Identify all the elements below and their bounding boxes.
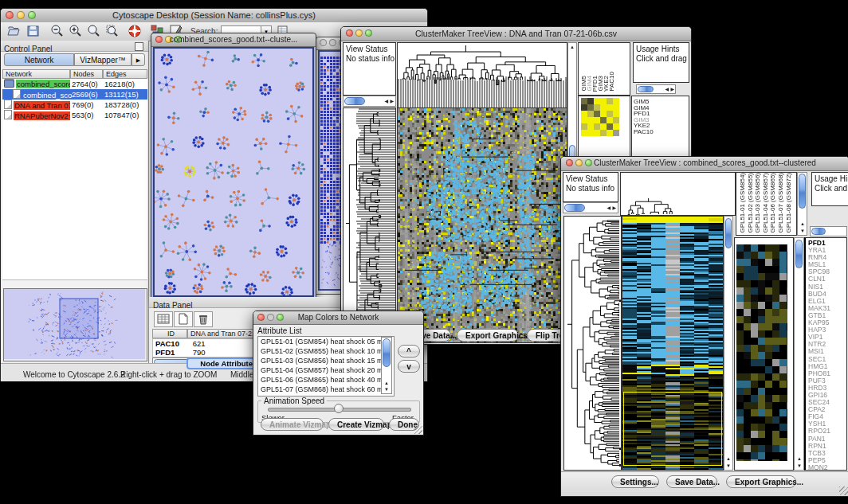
tv1-column-labels: GIM5GIM4PFD1GIM3YKE2PAC10: [578, 42, 630, 96]
minimize-button[interactable]: [329, 39, 336, 46]
tv2-button-1[interactable]: Save Data...: [666, 475, 717, 488]
attribute-list-scrollbar[interactable]: ▲▼: [381, 337, 392, 394]
tv1-row-dendrogram[interactable]: [343, 107, 396, 343]
help-ring-icon[interactable]: [127, 23, 143, 39]
array-label[interactable]: GPL51-01 (GSM854): [739, 173, 747, 233]
tv2-column-dendrogram[interactable]: [620, 172, 736, 216]
treeview2-window: ClusterMaker TreeView : combined_scores_…: [560, 156, 848, 497]
zoom-in-icon[interactable]: [68, 23, 84, 39]
tab-network[interactable]: Network: [4, 53, 74, 66]
network-table-row[interactable]: DNA and Tran 07 769(0) 183728(0): [2, 100, 147, 110]
dialog-titlebar[interactable]: Map Colors to Network: [253, 311, 423, 325]
array-label[interactable]: GPL51-06 (GSM865): [769, 173, 777, 233]
new-page-icon[interactable]: [174, 311, 193, 327]
network-icon: [4, 110, 12, 119]
treeview1-title: ClusterMaker TreeView : DNA and Tran 07-…: [341, 29, 691, 38]
tv1-button-1[interactable]: Export Graphics...: [457, 329, 519, 342]
float-panel-icon[interactable]: [135, 42, 143, 51]
data-column-id[interactable]: ID: [152, 329, 187, 338]
array-label[interactable]: GPL51-08 (GSM872): [785, 173, 793, 233]
zoom-out-icon[interactable]: [49, 23, 65, 39]
cytoscape-titlebar[interactable]: Cytoscape Desktop (Session Name: collins…: [1, 9, 427, 23]
dialog-title: Map Colors to Network: [253, 313, 423, 322]
control-panel-title: Control Panel: [1, 45, 53, 53]
treeview1-titlebar[interactable]: ClusterMaker TreeView : DNA and Tran 07-…: [341, 27, 691, 41]
tv2-top-vscrollbar[interactable]: ▲▼: [797, 172, 807, 236]
attribute-list-item[interactable]: GPL51-02 (GSM855) heat shock 10 min: [258, 346, 394, 356]
row-label[interactable]: PAC10: [634, 129, 689, 135]
tab-overflow-arrow[interactable]: ▶: [132, 53, 145, 66]
attribute-list-item[interactable]: GPL51-01 (GSM854) heat shock 05 min: [258, 337, 394, 346]
treeview2-titlebar[interactable]: ClusterMaker TreeView : combined_scores_…: [561, 157, 848, 171]
dialog-button-1[interactable]: Create Vizmap: [328, 418, 384, 431]
attribute-list[interactable]: GPL51-01 (GSM854) heat shock 05 minGPL51…: [257, 336, 395, 397]
tv2-status-hscrollbar[interactable]: ◀▶: [563, 202, 618, 213]
tv2-usage-hscrollbar[interactable]: [810, 226, 847, 236]
tv1-status-hscrollbar[interactable]: ◀▶: [343, 96, 396, 107]
status-zoom-hint: Right-click + drag to ZOOM: [120, 370, 217, 379]
tv1-column-dendrogram[interactable]: [397, 42, 567, 108]
tv2-heat-vscrollbar[interactable]: ▲▼: [724, 216, 733, 471]
treeview2-title: ClusterMaker TreeView : combined_scores_…: [561, 158, 848, 167]
network-table: combined_scores 2764(0) 16218(0) combine…: [2, 79, 147, 122]
animation-speed-label: Animation Speed: [261, 397, 327, 405]
open-file-icon[interactable]: [6, 23, 22, 39]
move-up-button[interactable]: ^: [398, 345, 420, 357]
array-label[interactable]: GPL51-04 (GSM857): [762, 173, 770, 233]
tv1-heatmap[interactable]: [397, 107, 567, 343]
attribute-list-item[interactable]: GPL51-07 (GSM868) heat shock 60 min: [258, 385, 394, 394]
network-icon: [13, 89, 21, 99]
resize-grip[interactable]: [839, 486, 848, 495]
gene-label[interactable]: MON2: [808, 464, 846, 471]
column-label[interactable]: PAC10: [609, 72, 614, 92]
tv2-view-status: View Status No status info: [563, 172, 618, 202]
map-colors-dialog: Map Colors to Network Attribute List GPL…: [253, 311, 424, 436]
data-panel-title: Data Panel: [149, 301, 192, 310]
save-icon[interactable]: [26, 23, 41, 39]
network-overview[interactable]: [3, 288, 147, 361]
move-down-button[interactable]: v: [398, 360, 420, 373]
tv2-heatmap[interactable]: [622, 216, 724, 471]
attribute-list-item[interactable]: GPL51-04 (GSM857) heat shock 20 min: [258, 365, 394, 375]
column-header-nodes[interactable]: Nodes: [70, 69, 103, 79]
zoom-selected-icon[interactable]: [104, 23, 120, 39]
control-panel: Control Panel Network VizMapper™ ▶ Netwo…: [1, 41, 149, 363]
status-welcome: Welcome to Cytoscape 2.6.2: [23, 370, 125, 379]
network-view-title: combined_scores_good.txt--cluste...: [151, 35, 316, 44]
resize-grip[interactable]: [414, 425, 422, 434]
zoom-actual-icon[interactable]: [86, 23, 102, 39]
desktop: { "palette": { "desktop_bg": "#000000", …: [0, 0, 848, 504]
dialog-button-0[interactable]: Animate Vizmap: [261, 418, 324, 431]
tab-vizmapper[interactable]: VizMapper™: [74, 53, 132, 66]
tv2-usage-hints: Usage Hints Click and: [811, 172, 848, 206]
tv1-view-status: View Status No status info f: [343, 42, 396, 96]
column-header-network[interactable]: Network: [2, 69, 70, 79]
navigator-divider[interactable]: [2, 279, 147, 288]
tv2-row-dendrogram[interactable]: [563, 216, 622, 471]
network-table-row[interactable]: RNAPuberNov2+ 563(0) 107847(0): [2, 110, 147, 120]
array-label[interactable]: GPL51-03 (GSM856): [754, 173, 762, 233]
tv2-array-labels: GPL51-01 (GSM854)GPL51-02 (GSM855)GPL51-…: [736, 172, 797, 236]
network-table-row[interactable]: combined_sco 2569(6) 13112(15): [2, 89, 147, 100]
tv2-button-0[interactable]: Settings...: [611, 475, 659, 488]
trash-icon[interactable]: [194, 311, 213, 327]
attribute-list-item[interactable]: GPL51-06 (GSM865) heat shock 40 min: [258, 375, 394, 385]
animation-slider-thumb[interactable]: [334, 404, 344, 413]
tv2-gene-list: PFD1YRA1RNR4MSL1SPC98CLN1NIS1BUD4ELG1MAK…: [804, 237, 847, 471]
network-tree-empty-area: [2, 122, 147, 279]
column-header-edges[interactable]: Edges: [103, 69, 147, 79]
network-view-window: combined_scores_good.txt--cluste...: [151, 33, 316, 300]
window-title: Cytoscape Desktop (Session Name: collins…: [1, 10, 427, 20]
table-icon[interactable]: [154, 311, 173, 327]
close-button[interactable]: [320, 39, 327, 46]
network-table-row[interactable]: combined_scores 2764(0) 16218(0): [2, 79, 147, 89]
tv2-button-2[interactable]: Export Graphics...: [726, 475, 796, 488]
network-canvas[interactable]: [153, 47, 314, 297]
attribute-list-item[interactable]: GPL51-03 (GSM856) heat shock 15 min: [258, 356, 394, 365]
tv1-global-view[interactable]: [578, 96, 630, 158]
array-label[interactable]: GPL51-07 (GSM868): [777, 173, 785, 233]
array-label[interactable]: GPL51-02 (GSM855): [747, 173, 755, 233]
tv2-zoom-panel: [734, 237, 794, 471]
tv2-zoom-vscrollbar[interactable]: ▲▼: [794, 237, 804, 471]
tv1-usage-hscrollbar[interactable]: ◀▶: [636, 84, 676, 94]
